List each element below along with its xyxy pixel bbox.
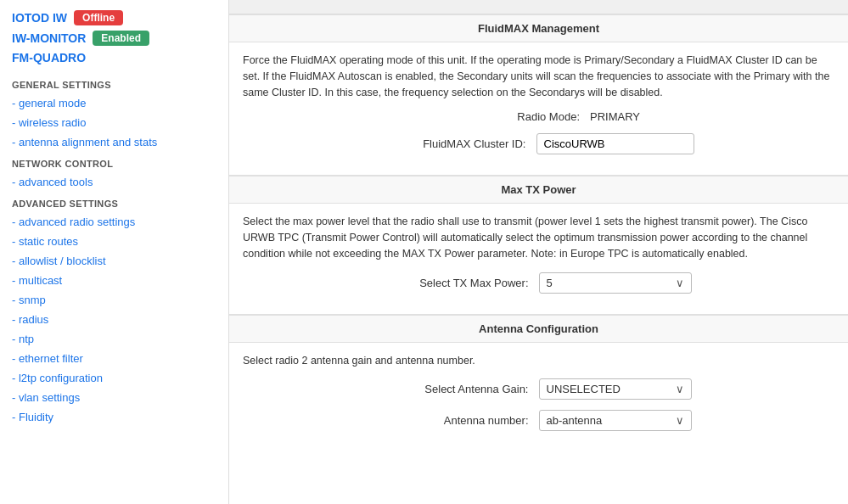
sidebar-link-advanced-radio-settings[interactable]: - advanced radio settings: [0, 212, 228, 232]
section-body-fluidmax-management: Force the FluidMAX operating mode of thi…: [229, 42, 848, 175]
sidebar-link-radius[interactable]: - radius: [0, 310, 228, 329]
sidebar-section-general-settings: GENERAL SETTINGS: [0, 73, 228, 93]
chevron-down-icon: ∨: [676, 414, 684, 427]
chevron-down-icon: ∨: [676, 277, 684, 289]
field-select-tx-max-power[interactable]: 5∨: [539, 272, 692, 294]
field-row-radio-mode: Radio Mode:PRIMARY: [243, 110, 834, 123]
sidebar: IOTOD IWOfflineIW-MONITOREnabledFM-QUADR…: [0, 0, 229, 504]
field-select-value-antenna-gain: UNSELECTED: [547, 383, 621, 395]
sidebar-link-fluidity[interactable]: - Fluidity: [0, 407, 228, 427]
field-select-value-antenna-number: ab-antenna: [547, 414, 603, 427]
sidebar-link-allowlist-blocklist[interactable]: - allowlist / blocklist: [0, 251, 228, 271]
main-content: FluidMAX ManagementForce the FluidMAX op…: [229, 0, 848, 504]
field-label-radio-mode: Radio Mode:: [437, 110, 590, 123]
chevron-down-icon: ∨: [676, 383, 684, 395]
section-desc-antenna-configuration: Select radio 2 antenna gain and antenna …: [243, 353, 834, 369]
field-label-cluster-id: FluidMAX Cluster ID:: [384, 137, 536, 150]
field-value-radio-mode: PRIMARY: [590, 110, 640, 123]
section-desc-max-tx-power: Select the max power level that the radi…: [243, 214, 834, 261]
sidebar-logo-area: IOTOD IWOfflineIW-MONITOREnabledFM-QUADR…: [0, 10, 228, 73]
section-header-antenna-configuration: Antenna Configuration: [229, 315, 848, 343]
sidebar-link-static-routes[interactable]: - static routes: [0, 232, 228, 251]
brand-fm-quadro[interactable]: FM-QUADRO: [12, 51, 216, 64]
section-desc-fluidmax-management: Force the FluidMAX operating mode of thi…: [243, 53, 834, 100]
brand-name-fm-quadro[interactable]: FM-QUADRO: [12, 51, 86, 64]
brand-iw-monitor[interactable]: IW-MONITOREnabled: [12, 31, 216, 46]
brand-iotod-iw[interactable]: IOTOD IWOffline: [12, 10, 216, 25]
sidebar-section-advanced-settings: ADVANCED SETTINGS: [0, 192, 228, 212]
sidebar-link-multicast[interactable]: - multicast: [0, 271, 228, 290]
sidebar-nav: GENERAL SETTINGS- general mode- wireless…: [0, 73, 228, 427]
sidebar-link-advanced-tools[interactable]: - advanced tools: [0, 172, 228, 192]
sidebar-link-wireless-radio[interactable]: - wireless radio: [0, 113, 228, 132]
field-select-value-tx-max-power: 5: [547, 277, 553, 289]
field-label-antenna-gain: Select Antenna Gain:: [386, 383, 539, 395]
sidebar-section-network-control: NETWORK CONTROL: [0, 152, 228, 172]
field-label-antenna-number: Antenna number:: [386, 414, 539, 427]
field-label-tx-max-power: Select TX Max Power:: [386, 277, 539, 289]
badge-iw-monitor: Enabled: [93, 31, 149, 46]
sidebar-link-antenna-alignment[interactable]: - antenna alignment and stats: [0, 132, 228, 152]
field-row-tx-max-power: Select TX Max Power:5∨: [243, 272, 834, 294]
main-sections: FluidMAX ManagementForce the FluidMAX op…: [229, 14, 848, 451]
section-header-fluidmax-management: FluidMAX Management: [229, 14, 848, 42]
badge-iotod-iw: Offline: [74, 10, 123, 25]
field-row-antenna-gain: Select Antenna Gain:UNSELECTED∨: [243, 378, 834, 400]
brand-name-iw-monitor[interactable]: IW-MONITOR: [12, 31, 86, 45]
page-header: [229, 0, 848, 14]
sidebar-link-ntp[interactable]: - ntp: [0, 329, 228, 349]
sidebar-link-vlan-settings[interactable]: - vlan settings: [0, 388, 228, 407]
sidebar-link-ethernet-filter[interactable]: - ethernet filter: [0, 349, 228, 368]
section-header-max-tx-power: Max TX Power: [229, 176, 848, 204]
brand-name-iotod-iw[interactable]: IOTOD IW: [12, 11, 67, 25]
section-body-antenna-configuration: Select radio 2 antenna gain and antenna …: [229, 343, 848, 452]
section-body-max-tx-power: Select the max power level that the radi…: [229, 204, 848, 313]
sidebar-link-l2tp-configuration[interactable]: - l2tp configuration: [0, 368, 228, 388]
field-select-antenna-gain[interactable]: UNSELECTED∨: [539, 378, 692, 400]
sidebar-link-snmp[interactable]: - snmp: [0, 290, 228, 310]
sidebar-link-general-mode[interactable]: - general mode: [0, 93, 228, 113]
field-row-cluster-id: FluidMAX Cluster ID:: [243, 133, 834, 154]
field-select-antenna-number[interactable]: ab-antenna∨: [539, 410, 692, 431]
field-input-cluster-id[interactable]: [536, 133, 694, 154]
field-row-antenna-number: Antenna number:ab-antenna∨: [243, 410, 834, 431]
